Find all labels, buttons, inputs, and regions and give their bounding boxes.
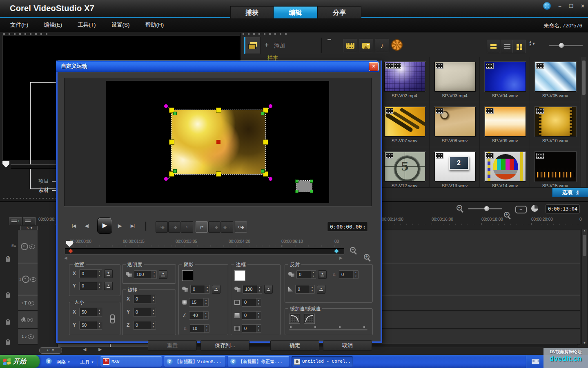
timeline-zoom-in-button[interactable]: +: [504, 212, 511, 219]
view-grid-button[interactable]: [512, 40, 526, 53]
timeline-zoom-out-button[interactable]: −: [457, 205, 463, 212]
resize-handle-mr[interactable]: [263, 139, 268, 145]
dialog-timecode[interactable]: 0:00:00.00 ▲▼: [327, 222, 368, 232]
thumbnail-v12[interactable]: 5: [384, 152, 425, 182]
cancel-button[interactable]: 取消: [323, 340, 372, 351]
prev-frame-button[interactable]: ◀|: [81, 221, 92, 231]
track-manager-button[interactable]: +: [9, 217, 22, 225]
scrubber-playhead[interactable]: [2, 161, 9, 168]
taskbar-task-2[interactable]: e【新提醒】修正繁...: [228, 356, 289, 367]
track-header-overlay[interactable]: 1: [18, 263, 38, 296]
distort-handle-bl[interactable]: [164, 177, 168, 181]
taskbar-task-1[interactable]: e【新提醒】VideoS...: [164, 356, 225, 367]
menu-item-0[interactable]: 文件(F): [10, 21, 28, 29]
track-manager-button-2[interactable]: −: [23, 217, 36, 225]
minimize-button[interactable]: –: [555, 2, 564, 10]
tab-share[interactable]: 分享: [317, 6, 361, 18]
start-button[interactable]: 开始: [0, 355, 40, 368]
scroll-right-button[interactable]: ▶: [98, 347, 102, 352]
track-header-video[interactable]: [18, 230, 38, 264]
library-item[interactable]: SP-V03.mp4: [430, 57, 480, 102]
dialog-playhead[interactable]: [66, 241, 73, 247]
thumbnail-v03[interactable]: [434, 62, 476, 92]
ghost-handle-tl[interactable]: [295, 180, 298, 183]
ease-out-button[interactable]: [304, 314, 315, 324]
filter-photo-button[interactable]: [359, 39, 373, 52]
track-lock-icon[interactable]: [6, 341, 10, 345]
opacity-keyframe-button[interactable]: ▼: [159, 270, 167, 279]
library-item[interactable]: SP-V04.wmv: [480, 57, 530, 102]
dialog-zoom-in-button[interactable]: +: [364, 254, 371, 261]
library-item[interactable]: SP-V10.wmv: [530, 102, 580, 147]
dialog-zoom-out-button[interactable]: −: [350, 247, 357, 254]
shadow-color-swatch[interactable]: [182, 270, 193, 281]
instant-project-button[interactable]: [391, 39, 403, 51]
thumbnail-size-slider[interactable]: [549, 45, 583, 46]
eye-visibility-icon[interactable]: [29, 245, 35, 249]
clip-label[interactable]: 素材: [38, 186, 49, 194]
keyboard-layout-icon[interactable]: [532, 359, 539, 364]
taskbar-task-0[interactable]: MMX8: [100, 356, 162, 367]
library-item[interactable]: SP-V15.wmv: [530, 147, 580, 192]
border-glow-input[interactable]: 0▲▼: [242, 324, 261, 333]
thumbnail-v15[interactable]: [535, 152, 576, 182]
eye-visibility-icon[interactable]: [28, 301, 34, 305]
reflection-keyframe-button[interactable]: ▼: [318, 270, 327, 279]
vscroll-up-arrow[interactable]: ▲: [583, 229, 586, 232]
keyframe-track[interactable]: [65, 248, 344, 254]
ruler-left-arrow[interactable]: ◀: [64, 256, 67, 260]
project-label[interactable]: 项目: [38, 177, 49, 185]
thumbnail-v05[interactable]: [535, 62, 576, 92]
thumbnail-v02[interactable]: [384, 62, 425, 92]
border-soft-input[interactable]: 0▲▼: [242, 311, 261, 320]
skew-handle-tl[interactable]: [173, 112, 177, 115]
clip-mode-label[interactable]: 素材: [11, 186, 56, 194]
eye-visibility-icon[interactable]: [28, 334, 34, 339]
position-x-keyframe-button[interactable]: ▼: [104, 269, 113, 278]
corel-globe-icon[interactable]: [543, 2, 551, 10]
restore-button[interactable]: ❐: [567, 2, 576, 10]
menu-item-2[interactable]: 工具(T): [78, 21, 96, 29]
position-y-input[interactable]: 0▲▼: [79, 282, 102, 290]
library-item[interactable]: SP-V02.mp4: [379, 57, 430, 102]
border-keyframe-button[interactable]: ▼: [264, 285, 273, 294]
resize-handle-bm[interactable]: [216, 171, 221, 177]
save-to-button[interactable]: 保存到...: [200, 340, 249, 351]
tracks-vscrollbar[interactable]: ▲ ▼: [581, 229, 587, 344]
library-item[interactable]: 2SP-V13.wmv: [430, 147, 480, 192]
fit-project-button[interactable]: ↔: [515, 206, 527, 213]
border-color-swatch[interactable]: [234, 270, 245, 281]
track-lock-icon[interactable]: [6, 321, 10, 325]
ghost-handle-tr[interactable]: [310, 180, 313, 183]
rotation-z-input[interactable]: 0▲▼: [133, 321, 156, 330]
view-thumbnail-button[interactable]: [487, 40, 500, 53]
track-expand-arrow[interactable]: ▼: [7, 255, 10, 259]
track-scroll-plus-button[interactable]: +⊥▼: [39, 347, 62, 354]
thumbnail-v14[interactable]: [485, 152, 526, 182]
shadow-keyframe-button[interactable]: ▼: [212, 285, 220, 294]
next-frame-button[interactable]: |▶: [114, 221, 125, 231]
resize-handle-tm[interactable]: [216, 108, 221, 113]
next-keyframe-button[interactable]: ◆→: [221, 221, 233, 233]
play-button[interactable]: ▶: [97, 218, 112, 234]
tab-capture[interactable]: 捕获: [230, 6, 274, 18]
quicklaunch-1[interactable]: 工具▼: [80, 359, 94, 366]
options-button[interactable]: 选项 ∧∧: [552, 188, 588, 197]
reflection-fade-input[interactable]: 0▲▼: [295, 285, 315, 294]
prev-keyframe-button[interactable]: ←◆: [208, 221, 220, 233]
track-header-title[interactable]: 1T: [18, 295, 38, 311]
track-header-music[interactable]: 1♪: [18, 329, 38, 345]
skew-handle-tr[interactable]: [261, 112, 265, 115]
menu-item-4[interactable]: 帮助(H): [145, 21, 164, 29]
library-item[interactable]: 5SP-V12.wmv: [379, 147, 430, 192]
tab-edit[interactable]: 编辑: [273, 6, 318, 18]
duration-clock-icon[interactable]: [531, 205, 538, 212]
add-gallery-label[interactable]: 添加: [274, 42, 285, 49]
reset-button[interactable]: 重置: [148, 340, 197, 351]
skew-handle-bl[interactable]: [173, 169, 177, 173]
size-x-input[interactable]: 50▲▼: [79, 308, 102, 316]
thumbnail-v04[interactable]: [485, 62, 526, 92]
shadow-angle-input[interactable]: -40▲▼: [189, 311, 209, 320]
dialog-close-button[interactable]: ✕: [369, 62, 379, 71]
close-button[interactable]: ✕: [578, 2, 587, 10]
